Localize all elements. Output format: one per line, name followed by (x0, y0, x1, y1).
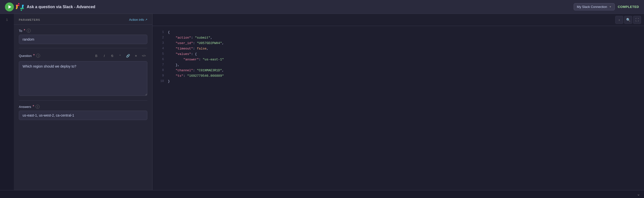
code-line: 7 }, (152, 62, 644, 68)
quote-button[interactable]: “ (116, 52, 124, 59)
line-content: "ts": "1692779546.866889" (168, 74, 640, 79)
code-line: 6 "answer": "us-east-1" (152, 57, 644, 62)
answers-input[interactable] (19, 111, 147, 120)
to-label-row: To * i (19, 29, 147, 33)
line-content: { (168, 30, 640, 36)
answers-required-indicator: * (33, 105, 34, 109)
question-textarea[interactable]: Which region should we deploy to? (19, 61, 147, 96)
header-title: Ask a question via Slack - Advanced (27, 5, 95, 9)
code-button[interactable]: </> (140, 52, 147, 59)
connection-dropdown[interactable]: My Slack Connection ▼ (574, 3, 615, 10)
completed-badge: COMPLETED (618, 5, 639, 9)
params-header: PARAMETERS Action info ↗ (14, 14, 152, 25)
play-button[interactable] (5, 2, 14, 12)
line-number: 4 (156, 46, 164, 52)
code-panel: ‹ 🔍 ⛶ 1{2 "action": "submit",3 "user_id"… (152, 14, 644, 190)
line-content: "answer": "us-east-1" (168, 57, 640, 62)
line-content: "action": "submit", (168, 36, 640, 41)
line-number: 7 (156, 62, 164, 68)
code-line: 5 "values": { (152, 52, 644, 57)
line-number: 2 (156, 36, 164, 41)
chevron-down-icon: ▼ (609, 6, 612, 8)
question-label-row: Question * i B I S “ 🔗 ≡ </> (19, 52, 147, 59)
collapse-button[interactable]: ‹ (615, 16, 623, 24)
line-content: "timeout": false, (168, 46, 640, 52)
code-line: 2 "action": "submit", (152, 36, 644, 41)
code-line: 3 "user_id": "U057GD2PWH4", (152, 41, 644, 46)
line-content: }, (168, 62, 640, 68)
action-info-link[interactable]: Action info ↗ (129, 18, 147, 22)
question-label: Question (19, 54, 32, 58)
header: Ask a question via Slack - Advanced My S… (0, 0, 644, 14)
code-line: 10} (152, 79, 644, 84)
line-content: "channel": "C01NMAE3R1D", (168, 68, 640, 74)
connection-label: My Slack Connection (577, 5, 607, 9)
code-toolbar: ‹ 🔍 ⛶ (152, 14, 644, 26)
answers-label: Answers (19, 105, 31, 109)
strikethrough-button[interactable]: S (109, 52, 116, 59)
to-info-icon[interactable]: i (27, 29, 31, 33)
line-content: "user_id": "U057GD2PWH4", (168, 41, 640, 46)
line-number: 9 (156, 74, 164, 79)
answers-section: Answers * i (14, 101, 152, 124)
question-input-wrapper: Which region should we deploy to? (19, 61, 147, 96)
expand-button[interactable]: ⛶ (633, 16, 641, 24)
question-toolbar: B I S “ 🔗 ≡ </> (93, 52, 147, 59)
bottom-bar: ⌄ (0, 190, 644, 198)
code-line: 1{ (152, 30, 644, 36)
line-number: 10 (156, 79, 164, 84)
code-content: 1{2 "action": "submit",3 "user_id": "U05… (152, 26, 644, 190)
line-number: 6 (156, 57, 164, 62)
question-section: Question * i B I S “ 🔗 ≡ </> Which regio… (14, 48, 152, 100)
list-button[interactable]: ≡ (132, 52, 140, 59)
code-line: 8 "channel": "C01NMAE3R1D", (152, 68, 644, 74)
header-left: Ask a question via Slack - Advanced (16, 3, 95, 11)
left-sidebar: 1 (0, 14, 14, 190)
line-content: } (168, 79, 640, 84)
line-content: "values": { (168, 52, 640, 57)
bottom-chevron-icon[interactable]: ⌄ (637, 192, 640, 196)
external-link-icon: ↗ (145, 18, 147, 21)
link-button[interactable]: 🔗 (124, 52, 132, 59)
to-label: To (19, 29, 22, 33)
step-number: 1 (6, 18, 8, 22)
parameters-panel: PARAMETERS Action info ↗ To * i Question… (14, 14, 152, 190)
line-number: 8 (156, 68, 164, 74)
line-number: 1 (156, 30, 164, 36)
slack-logo-icon (16, 3, 24, 11)
question-required-indicator: * (33, 54, 35, 58)
question-label-group: Question * i (19, 54, 40, 58)
code-line: 4 "timeout": false, (152, 46, 644, 52)
answers-label-row: Answers * i (19, 105, 147, 109)
main-wrapper: 1 PARAMETERS Action info ↗ To * i Questi (0, 14, 644, 190)
to-input[interactable] (19, 35, 147, 44)
to-required-indicator: * (24, 29, 25, 33)
line-number: 5 (156, 52, 164, 57)
bold-button[interactable]: B (93, 52, 100, 59)
params-title: PARAMETERS (19, 18, 40, 21)
to-section: To * i (14, 25, 152, 48)
line-number: 3 (156, 41, 164, 46)
header-right: My Slack Connection ▼ COMPLETED (574, 3, 639, 10)
italic-button[interactable]: I (101, 52, 108, 59)
search-button[interactable]: 🔍 (624, 16, 632, 24)
question-info-icon[interactable]: i (36, 54, 40, 58)
answers-info-icon[interactable]: i (36, 105, 40, 109)
action-info-label: Action info (129, 18, 144, 22)
code-line: 9 "ts": "1692779546.866889" (152, 74, 644, 79)
